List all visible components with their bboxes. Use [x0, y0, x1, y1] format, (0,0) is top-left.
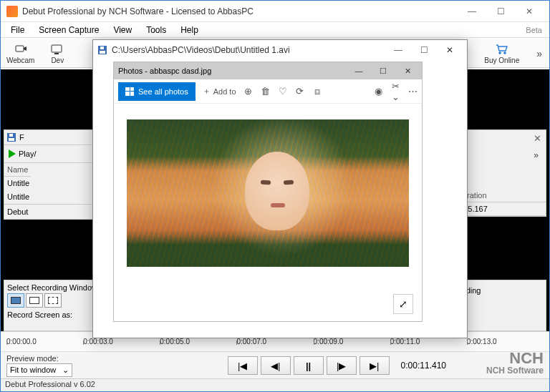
status-bar: Debut Professional v 6.02: [1, 378, 549, 391]
webcam-icon: [14, 43, 28, 56]
photos-maximize-button[interactable]: ☐: [373, 67, 393, 76]
play-icon: [9, 150, 16, 158]
svg-rect-1: [52, 45, 62, 52]
photos-title: Photos - abbaspc dasd.jpg: [118, 67, 344, 75]
minimize-button[interactable]: —: [458, 3, 486, 20]
panel-close-button[interactable]: ✕: [534, 133, 541, 144]
capture-titlebar[interactable]: C:\Users\AbbasPC\Videos\Debut\Untitled 1…: [93, 40, 467, 60]
player: 0:00:00.0 0:00:03.0 0:00:05.0 0:00:07.0 …: [1, 331, 549, 391]
recordings-panel: F Play/ Name Untitle Untitle Debut: [4, 129, 97, 220]
srw-fullscreen[interactable]: [7, 293, 24, 308]
tick-4: 0:00:09.0: [314, 338, 390, 346]
grid-icon: [125, 87, 134, 96]
photos-window: Photos - abbaspc dasd.jpg — ☐ ✕ See all …: [113, 62, 423, 322]
add-to-label: Add to: [213, 87, 236, 96]
svg-rect-7: [9, 134, 13, 137]
chevron-down-icon: ⌄: [62, 366, 69, 375]
toolbar-webcam[interactable]: Webcam: [4, 41, 37, 66]
favorite-icon[interactable]: ♡: [278, 86, 288, 97]
toolbar-buy-online[interactable]: Buy Online: [481, 41, 522, 66]
duration-value: 0:15.167: [454, 202, 546, 216]
toolbar-buy-label: Buy Online: [484, 57, 519, 64]
tick-1: 0:00:03.0: [83, 338, 160, 346]
step-back-button[interactable]: ◀|: [261, 356, 291, 375]
panel-overflow[interactable]: »: [534, 150, 539, 160]
maximize-button[interactable]: ☐: [486, 3, 515, 20]
see-all-photos-button[interactable]: See all photos: [118, 82, 196, 101]
device-icon: [50, 43, 64, 56]
tick-6: 0:00:13.0: [467, 338, 544, 346]
svg-rect-2: [54, 53, 59, 54]
toolbar-device-label: Dev: [51, 57, 64, 64]
menu-view[interactable]: View: [106, 24, 139, 36]
photos-body: ⤢: [114, 104, 422, 321]
zoom-icon[interactable]: ⊕: [243, 86, 254, 97]
save-icon: [97, 45, 107, 55]
capture-maximize-button[interactable]: ☐: [411, 42, 437, 58]
srw-window[interactable]: [26, 293, 43, 308]
svg-rect-6: [9, 138, 14, 141]
plus-icon: ＋: [203, 86, 211, 97]
beta-label: Beta: [518, 24, 546, 36]
svg-rect-9: [100, 51, 105, 54]
srw-custom[interactable]: [44, 293, 62, 308]
see-all-label: See all photos: [138, 87, 188, 96]
photos-close-button[interactable]: ✕: [397, 67, 418, 76]
capture-minimize-button[interactable]: —: [385, 42, 411, 58]
step-forward-button[interactable]: |▶: [327, 356, 357, 375]
toolbar-webcam-label: Webcam: [6, 57, 34, 64]
crop-icon[interactable]: ⧈: [312, 86, 322, 97]
menubar: File Screen Capture View Tools Help Beta: [1, 22, 549, 38]
svg-point-4: [503, 52, 506, 54]
close-button[interactable]: ✕: [515, 3, 544, 20]
play-button[interactable]: Play/: [4, 145, 96, 162]
capture-close-button[interactable]: ✕: [437, 42, 463, 58]
tick-2: 0:00:05.0: [160, 338, 236, 346]
row-2[interactable]: Untitle: [4, 190, 32, 204]
edit-icon[interactable]: ◉: [373, 86, 383, 97]
time-display: 0:00:11.410: [401, 361, 446, 371]
toolbar-overflow[interactable]: »: [532, 48, 546, 59]
row-1[interactable]: Untitle: [4, 177, 32, 190]
capture-window: C:\Users\AbbasPC\Videos\Debut\Untitled 1…: [92, 39, 468, 338]
play-label: Play/: [19, 150, 36, 158]
save-icon: [6, 132, 16, 142]
debut-label: Debut: [4, 204, 96, 219]
draw-icon[interactable]: ✂ ⌄: [390, 81, 400, 102]
app-titlebar: Debut Professional by NCH Software - Lic…: [1, 1, 549, 22]
menu-help[interactable]: Help: [173, 24, 206, 36]
expand-button[interactable]: ⤢: [393, 294, 413, 314]
preview-mode-value: Fit to window: [10, 366, 56, 374]
tick-3: 0:00:07.0: [236, 338, 313, 346]
svg-point-3: [498, 52, 501, 54]
toolbar-device[interactable]: Dev: [47, 41, 67, 66]
photos-toolbar: See all photos ＋ Add to ⊕ 🗑 ♡ ⟳ ⧈ ◉ ✂ ⌄ …: [114, 79, 422, 104]
svg-rect-0: [16, 46, 24, 52]
menu-tools[interactable]: Tools: [139, 24, 173, 36]
photos-titlebar[interactable]: Photos - abbaspc dasd.jpg — ☐ ✕: [114, 62, 422, 79]
delete-icon[interactable]: 🗑: [261, 86, 271, 97]
preview-mode-select[interactable]: Fit to window ⌄: [6, 363, 72, 377]
skip-start-button[interactable]: |◀: [228, 356, 258, 375]
add-to-button[interactable]: ＋ Add to: [203, 86, 236, 97]
app-icon: [6, 6, 18, 17]
panel-title-cut: F: [19, 133, 24, 142]
photos-minimize-button[interactable]: —: [349, 67, 369, 75]
menu-file[interactable]: File: [4, 24, 32, 36]
app-title: Debut Professional by NCH Software - Lic…: [22, 6, 458, 16]
skip-end-button[interactable]: ▶|: [360, 356, 390, 375]
col-name[interactable]: Name: [4, 163, 31, 177]
svg-rect-10: [100, 46, 104, 49]
rotate-icon[interactable]: ⟳: [295, 86, 305, 97]
nch-logo: NCH NCH Software: [486, 351, 544, 376]
preview-mode-label: Preview mode:: [6, 354, 72, 363]
photo-image: [127, 119, 409, 267]
cart-icon: [495, 43, 509, 56]
tick-5: 0:00:11.0: [390, 338, 467, 346]
capture-path: C:\Users\AbbasPC\Videos\Debut\Untitled 1…: [112, 45, 385, 55]
tick-0: 0:00:00.0: [6, 338, 83, 346]
more-icon[interactable]: ⋯: [407, 86, 418, 97]
menu-screen-capture[interactable]: Screen Capture: [32, 24, 106, 36]
pause-button[interactable]: ||: [294, 356, 324, 375]
col-duration[interactable]: Duration: [454, 189, 546, 202]
